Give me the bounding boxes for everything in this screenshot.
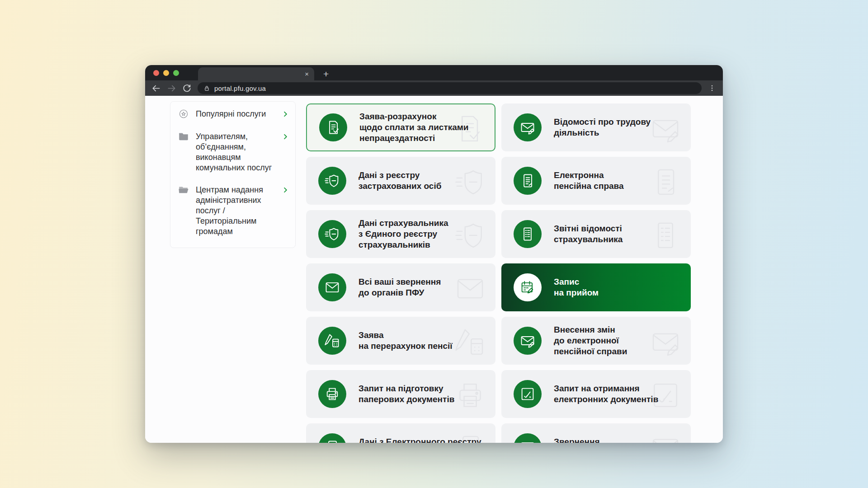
printer-watermark-icon: [454, 379, 486, 412]
service-card-electronic-registry-data[interactable]: Дані з Електронного реєстру: [306, 423, 495, 443]
service-card-pension-file-changes[interactable]: Внесення змін до електронної пенсійної с…: [501, 317, 691, 365]
service-card-electronic-documents-request[interactable]: Запит на отримання електронних документі…: [501, 370, 691, 418]
service-card-insured-persons-registry-data[interactable]: Дані з реєстру застрахованих осіб: [306, 157, 495, 205]
envelope-pencil-icon: [514, 327, 542, 355]
service-card-insurer-unified-registry-data[interactable]: Дані страхувальника з Єдиного реєстру ст…: [306, 210, 495, 258]
zoom-window-button[interactable]: [173, 70, 179, 76]
service-card-pension-recalculation-application[interactable]: Заява на перерахунок пенсії: [306, 317, 495, 365]
service-card-paper-documents-request[interactable]: Запит на підготовку паперових документів: [306, 370, 495, 418]
services-grid: Заява-розрахунок щодо сплати за листками…: [306, 103, 691, 443]
service-card-all-pfu-appeals[interactable]: Всі ваші звернення до органів ПФУ: [306, 263, 495, 311]
envelope-icon: [318, 273, 346, 301]
report-list-icon: [514, 220, 542, 248]
service-card-title: Звернення: [554, 436, 600, 443]
chevron-right-icon: [282, 111, 289, 117]
service-card-title: Дані з реєстру застрахованих осіб: [359, 170, 441, 192]
report-list-watermark-icon: [649, 219, 682, 252]
service-card-title: Електронна пенсійна справа: [554, 170, 624, 192]
service-card-appointment-booking[interactable]: Запис на прийом: [501, 263, 691, 311]
service-card-title: Запит на отримання електронних документі…: [554, 383, 658, 405]
sign-box-icon: [514, 380, 542, 408]
doc-icon: [318, 433, 346, 443]
back-icon[interactable]: [151, 84, 161, 93]
service-card-title: Заява на перерахунок пенсії: [359, 330, 453, 352]
folder-open-icon: [178, 184, 189, 196]
service-card-title: Запис на прийом: [554, 277, 599, 298]
sidebar-item-admin-service-centers[interactable]: Центрам надання адміністративних послуг …: [178, 185, 289, 237]
service-card-sick-leave-payment-statement[interactable]: Заява-розрахунок щодо сплати за листками…: [306, 103, 495, 151]
envelope-pencil-watermark-icon: [649, 326, 682, 358]
pen-calc-watermark-icon: [454, 326, 486, 358]
sidebar-item-label: Управителям, об’єднанням, виконавцям ком…: [196, 131, 276, 173]
service-card-electronic-pension-file[interactable]: Електронна пенсійна справа: [501, 157, 691, 205]
service-card-appeal[interactable]: Звернення: [501, 423, 691, 443]
badge-star-icon: [178, 108, 189, 120]
sidebar-item-utility-managers[interactable]: Управителям, об’єднанням, виконавцям ком…: [178, 131, 289, 173]
service-card-insurer-report-data[interactable]: Звітні відомості страхувальника: [501, 210, 691, 258]
sidebar-item-popular-services[interactable]: Популярні послуги: [178, 109, 289, 120]
service-card-title: Запит на підготовку паперових документів: [359, 383, 454, 405]
forward-icon[interactable]: [167, 84, 176, 93]
new-tab-button[interactable]: +: [323, 69, 329, 79]
envelope-watermark-icon: [649, 432, 682, 443]
shield-speed-icon: [318, 220, 346, 248]
shield-speed-watermark-icon: [454, 219, 486, 252]
browser-toolbar: portal.pfu.gov.ua: [145, 80, 723, 96]
calendar-pencil-icon: [514, 273, 542, 301]
sidebar-item-label: Популярні послуги: [196, 109, 276, 120]
service-card-title: Дані з Електронного реєстру: [359, 436, 481, 443]
close-window-button[interactable]: [153, 70, 159, 76]
chevron-right-icon: [282, 187, 289, 193]
tab-close-icon[interactable]: ×: [305, 70, 309, 77]
service-card-title: Відомості про трудову діяльність: [554, 117, 691, 138]
lock-icon: [203, 85, 210, 92]
journal-watermark-icon: [649, 166, 682, 198]
pen-calc-icon: [318, 327, 346, 355]
service-card-title: Заява-розрахунок щодо сплати за листками…: [359, 111, 469, 144]
sidebar-item-label: Центрам надання адміністративних послуг …: [196, 185, 276, 237]
minimize-window-button[interactable]: [163, 70, 169, 76]
shield-speed-watermark-icon: [454, 166, 486, 198]
service-card-employment-records[interactable]: Відомості про трудову діяльність: [501, 103, 691, 151]
envelope-watermark-icon: [454, 272, 486, 305]
reload-icon[interactable]: [182, 84, 192, 93]
url-text: portal.pfu.gov.ua: [214, 84, 266, 92]
browser-menu-icon[interactable]: [708, 84, 717, 93]
printer-icon: [318, 380, 346, 408]
doc-check-icon: [319, 113, 347, 141]
tab-strip: × +: [145, 65, 723, 80]
address-bar[interactable]: portal.pfu.gov.ua: [198, 82, 702, 94]
envelope-icon: [514, 433, 542, 443]
chevron-right-icon: [282, 133, 289, 140]
service-card-title: Дані страхувальника з Єдиного реєстру ст…: [359, 218, 448, 250]
service-card-title: Звітні відомості страхувальника: [554, 223, 623, 245]
browser-tab[interactable]: ×: [198, 67, 314, 80]
journal-icon: [514, 167, 542, 195]
page-content: Популярні послуги Управителям, об’єднанн…: [145, 96, 723, 443]
sidebar-menu: Популярні послуги Управителям, об’єднанн…: [170, 101, 296, 248]
folder-icon: [178, 131, 189, 142]
traffic-lights: [145, 65, 186, 80]
shield-speed-icon: [318, 167, 346, 195]
service-card-title: Всі ваші звернення до органів ПФУ: [359, 277, 441, 298]
service-card-title: Внесення змін до електронної пенсійної с…: [554, 324, 627, 357]
envelope-pencil-icon: [514, 113, 542, 141]
browser-window: × + portal.pfu.gov.ua Популярні послуги …: [145, 65, 723, 443]
